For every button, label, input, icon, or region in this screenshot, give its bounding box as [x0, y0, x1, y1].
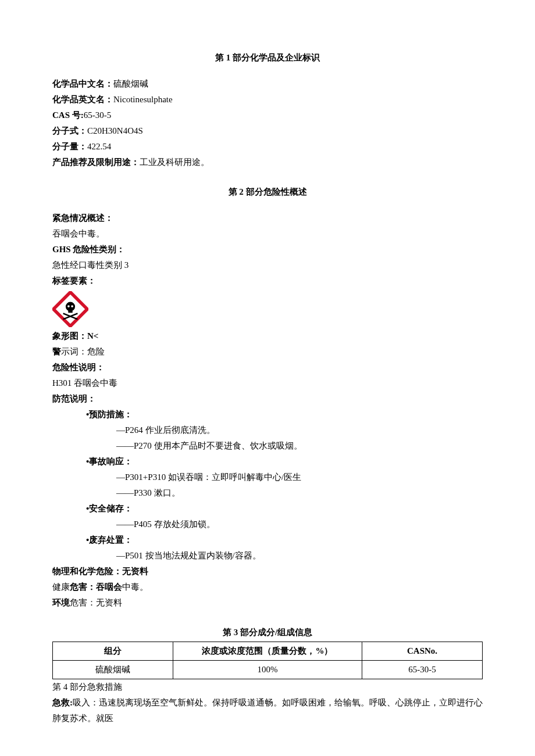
phys-chem: 物理和化学危险：无资料	[52, 564, 483, 579]
ghs-text: 急性经口毒性类别 3	[52, 257, 483, 273]
value: 中毒。	[122, 582, 148, 592]
value: 危险	[87, 347, 105, 356]
label: 化学品中文名：	[52, 79, 113, 88]
storage-item: ——P405 存放处须加锁。	[52, 517, 483, 532]
label-part1: 警	[52, 347, 61, 356]
label: CAS 号:	[52, 110, 84, 120]
section4-title: 第 4 部分急救措施	[52, 679, 483, 695]
hazard-stmt: H301 吞咽会中毒	[52, 375, 483, 391]
ghs-skull-pictogram-icon	[52, 291, 88, 327]
emergency-label: 紧急情况概述：	[52, 210, 483, 226]
hazard-stmt-label: 危险性说明：	[52, 360, 483, 375]
label-part2: 示词：	[61, 347, 87, 356]
text: 迅速脱离现场至空气新鲜处。保持呼吸道通畅。如呼吸困难，给输氧。呼吸、心跳停止，立…	[52, 698, 483, 723]
label: 产品推荐及限制用途：	[52, 157, 140, 167]
cell-concentration: 100%	[173, 661, 362, 679]
cell-cas: 65-30-5	[362, 661, 483, 679]
signal-word: 警示词：危险	[52, 344, 483, 360]
prevent-title: •预防措施：	[52, 407, 483, 422]
table-row: 硫酸烟碱 100% 65-30-5	[53, 661, 483, 679]
field-mw: 分子量：422.54	[52, 139, 483, 155]
label2: 危害：	[70, 598, 96, 607]
field-cas: CAS 号:65-30-5	[52, 108, 483, 123]
composition-table: 组分 浓度或浓度范围（质量分数，%） CASNo. 硫酸烟碱 100% 65-3…	[52, 642, 483, 679]
section3-title: 第 3 部分成分/组成信息	[52, 625, 483, 640]
label: 分子式：	[52, 126, 87, 135]
pictogram-line: 象形图：N<	[52, 328, 483, 344]
field-formula: 分子式：C20H30N4O4S	[52, 123, 483, 139]
health-hazard: 健康危害：吞咽会中毒。	[52, 579, 483, 595]
value: N<	[87, 331, 98, 341]
disposal-item: —P501 按当地法规处置内装物/容器。	[52, 548, 483, 564]
emergency-text: 吞咽会中毒。	[52, 226, 483, 242]
tag-label: 标签要素：	[52, 273, 483, 289]
storage-title: •安全储存：	[52, 501, 483, 517]
precaution-label: 防范说明：	[52, 391, 483, 407]
field-cn-name: 化学品中文名：硫酸烟碱	[52, 76, 483, 92]
first-aid: 急救:吸入：迅速脱离现场至空气新鲜处。保持呼吸道通畅。如呼吸困难，给输氧。呼吸、…	[52, 695, 483, 726]
value: Nicotinesulphate	[113, 95, 173, 104]
response-title: •事故响应：	[52, 454, 483, 470]
value: C20H30N4O4S	[87, 126, 143, 135]
label: 分子量：	[52, 142, 87, 151]
prefix: 健康	[52, 582, 70, 592]
route: 吸入：	[73, 698, 99, 707]
label: 象形图：	[52, 331, 87, 341]
response-item: —P301+P310 如误吞咽：立即呼叫解毒中心/医生	[52, 470, 483, 485]
label1: 环境	[52, 598, 70, 607]
value: 工业及科研用途。	[140, 157, 209, 167]
cell-component: 硫酸烟碱	[53, 661, 173, 679]
value: 422.54	[87, 142, 111, 151]
field-use: 产品推荐及限制用途：工业及科研用途。	[52, 155, 483, 170]
value: 65-30-5	[84, 110, 112, 120]
col-cas: CASNo.	[362, 642, 483, 661]
svg-point-4	[71, 305, 73, 307]
field-en-name: 化学品英文名：Nicotinesulphate	[52, 92, 483, 108]
ghs-label: GHS 危险性类别：	[52, 242, 483, 257]
label: 危害：吞咽会	[70, 582, 122, 592]
label: 急救:	[52, 698, 73, 707]
prevent-item: —P264 作业后彻底清洗。	[52, 422, 483, 438]
disposal-title: •废弃处置：	[52, 532, 483, 548]
value: 硫酸烟碱	[113, 79, 148, 88]
value: 无资料	[96, 598, 122, 607]
table-header-row: 组分 浓度或浓度范围（质量分数，%） CASNo.	[53, 642, 483, 661]
col-component: 组分	[53, 642, 173, 661]
section1-title: 第 1 部分化学品及企业标识	[52, 50, 483, 66]
svg-point-3	[67, 305, 70, 307]
env-hazard: 环境危害：无资料	[52, 595, 483, 611]
response-item: ——P330 漱口。	[52, 485, 483, 501]
prevent-item: ——P270 使用本产品时不要进食、饮水或吸烟。	[52, 438, 483, 454]
col-concentration: 浓度或浓度范围（质量分数，%）	[173, 642, 362, 661]
label: 物理和化学危险：	[52, 567, 122, 576]
value: 无资料	[122, 567, 148, 576]
label: 化学品英文名：	[52, 95, 113, 104]
svg-rect-2	[68, 310, 72, 313]
section2-title: 第 2 部分危险性概述	[52, 184, 483, 200]
